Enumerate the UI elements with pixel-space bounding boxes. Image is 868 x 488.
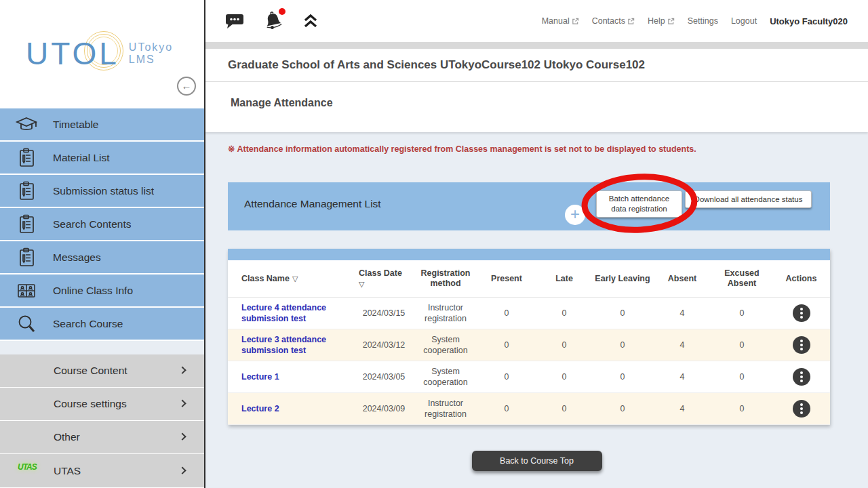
chevron-right-icon bbox=[178, 367, 186, 374]
sidebar-item-timetable[interactable]: Timetable bbox=[0, 108, 204, 142]
topbar-separator bbox=[205, 42, 868, 49]
row-actions-kebab-icon[interactable] bbox=[793, 336, 810, 354]
help-link[interactable]: Help bbox=[648, 16, 675, 26]
topbar: Manual Contacts Help Settings Logout Uto… bbox=[205, 0, 868, 42]
table-row: Lecture 4 attendance submission test 202… bbox=[228, 298, 830, 329]
sidebar-item-other[interactable]: Other bbox=[0, 421, 204, 454]
column-header-registration-method: Registration method bbox=[414, 260, 477, 297]
early-leaving-count: 0 bbox=[592, 369, 653, 385]
sidebar-collapse-button[interactable]: ← bbox=[177, 77, 196, 96]
column-header-class-date[interactable]: Class Date ▽ bbox=[353, 260, 414, 297]
chevron-right-icon bbox=[178, 466, 186, 474]
early-leaving-count: 0 bbox=[592, 305, 653, 321]
back-to-course-top-button[interactable]: Back to Course Top bbox=[472, 451, 602, 471]
early-leaving-count: 0 bbox=[592, 401, 653, 417]
late-count: 0 bbox=[536, 305, 592, 321]
table-header-row: Class Name ▽ Class Date ▽ Registration m… bbox=[228, 260, 830, 298]
sidebar-item-label: Timetable bbox=[53, 119, 98, 131]
column-header-class-name[interactable]: Class Name ▽ bbox=[228, 260, 353, 297]
class-name-link[interactable]: Lecture 2 bbox=[228, 401, 353, 417]
sidebar-item-course-settings[interactable]: Course settings bbox=[0, 388, 204, 421]
page-title: Manage Attendance bbox=[231, 97, 333, 109]
class-date: 2024/03/12 bbox=[353, 337, 414, 353]
sidebar-item-submission-status-list[interactable]: Submission status list bbox=[0, 175, 204, 208]
manual-link[interactable]: Manual bbox=[542, 16, 579, 26]
present-count: 0 bbox=[477, 337, 536, 353]
registration-method: Instructor registration bbox=[414, 395, 477, 422]
class-date: 2024/03/05 bbox=[353, 369, 414, 385]
excused-absent-count: 0 bbox=[711, 401, 772, 417]
excused-absent-count: 0 bbox=[711, 369, 772, 385]
sort-icon[interactable]: ▽ bbox=[292, 274, 298, 284]
logo-area: UTOL UTokyo LMS ← bbox=[0, 0, 204, 108]
sidebar-item-messages[interactable]: Messages bbox=[0, 241, 204, 274]
notification-bell-icon[interactable] bbox=[262, 10, 284, 32]
user-name: Utokyo Faculty020 bbox=[770, 16, 848, 26]
sort-icon[interactable]: ▽ bbox=[359, 279, 412, 289]
late-count: 0 bbox=[536, 401, 592, 417]
table-row: Lecture 1 2024/03/05 System cooperation … bbox=[228, 361, 830, 393]
late-count: 0 bbox=[536, 337, 592, 353]
logo-tagline: UTokyo LMS bbox=[129, 41, 173, 66]
course-title: Graduate School of Arts and Sciences UTo… bbox=[228, 58, 645, 72]
sidebar-section-gap bbox=[0, 341, 204, 354]
present-count: 0 bbox=[477, 401, 536, 417]
absent-count: 4 bbox=[653, 305, 711, 321]
logout-link[interactable]: Logout bbox=[731, 16, 757, 26]
page-header: Manage Attendance bbox=[205, 82, 868, 132]
row-actions-kebab-icon[interactable] bbox=[793, 368, 810, 386]
chat-icon[interactable] bbox=[224, 12, 245, 30]
sidebar-item-search-contents[interactable]: Search Contents bbox=[0, 208, 204, 241]
class-name-link[interactable]: Lecture 1 bbox=[228, 369, 353, 385]
sidebar-item-utas[interactable]: UTAS UTAS bbox=[0, 454, 204, 488]
column-header-absent: Absent bbox=[653, 260, 711, 297]
logo-text: UTOL bbox=[26, 35, 119, 72]
content-area: ※ Attendance information automatically r… bbox=[205, 132, 868, 488]
absent-count: 4 bbox=[653, 369, 711, 385]
course-header: Graduate School of Arts and Sciences UTo… bbox=[205, 49, 868, 82]
attendance-table: Class Name ▽ Class Date ▽ Registration m… bbox=[228, 249, 830, 425]
sidebar-item-label: Messages bbox=[53, 251, 101, 264]
notification-badge bbox=[279, 8, 285, 15]
batch-attendance-registration-button[interactable]: Batch attendance data registration bbox=[596, 190, 682, 218]
table-top-strip bbox=[228, 249, 830, 260]
video-grid-icon bbox=[0, 283, 53, 299]
sidebar-item-label: Other bbox=[54, 431, 80, 443]
column-header-late: Late bbox=[536, 260, 592, 297]
table-row: Lecture 2 2024/03/09 Instructor registra… bbox=[228, 393, 830, 425]
sidebar-item-label: Course Content bbox=[54, 365, 127, 377]
row-actions-kebab-icon[interactable] bbox=[793, 304, 810, 322]
late-count: 0 bbox=[536, 369, 592, 385]
attendance-panel-header: Attendance Management List + Batch atten… bbox=[228, 182, 830, 230]
registration-method: Instructor registration bbox=[414, 300, 477, 327]
add-attendance-button[interactable]: + bbox=[565, 205, 585, 225]
class-name-link[interactable]: Lecture 3 attendance submission test bbox=[228, 331, 353, 359]
sidebar: UTOL UTokyo LMS ← Timetable bbox=[0, 0, 204, 488]
excused-absent-count: 0 bbox=[711, 305, 772, 321]
sidebar-item-online-class-info[interactable]: Online Class Info bbox=[0, 274, 204, 308]
row-actions-kebab-icon[interactable] bbox=[793, 400, 810, 418]
clipboard-icon bbox=[0, 148, 53, 168]
column-header-present: Present bbox=[477, 260, 536, 297]
external-link-icon bbox=[572, 18, 579, 25]
sidebar-item-search-course[interactable]: Search Course bbox=[0, 308, 204, 341]
clipboard-icon bbox=[0, 214, 53, 235]
magnifier-icon bbox=[0, 314, 53, 334]
present-count: 0 bbox=[477, 369, 536, 385]
clipboard-icon bbox=[0, 181, 53, 201]
table-row: Lecture 3 attendance submission test 202… bbox=[228, 329, 830, 361]
sidebar-item-label: Material List bbox=[53, 152, 110, 164]
clipboard-icon bbox=[0, 247, 53, 268]
utol-logo: UTOL UTokyo LMS bbox=[26, 35, 173, 72]
absent-count: 4 bbox=[653, 401, 711, 417]
external-link-icon bbox=[667, 18, 675, 25]
graduation-cap-icon bbox=[0, 116, 53, 134]
sidebar-item-label: UTAS bbox=[54, 465, 81, 477]
download-all-attendance-button[interactable]: Download all attendance status bbox=[685, 190, 812, 208]
collapse-topbar-icon[interactable] bbox=[302, 13, 319, 29]
contacts-link[interactable]: Contacts bbox=[592, 16, 635, 26]
class-name-link[interactable]: Lecture 4 attendance submission test bbox=[228, 300, 353, 327]
settings-link[interactable]: Settings bbox=[688, 16, 718, 26]
sidebar-item-course-content[interactable]: Course Content bbox=[0, 354, 204, 388]
sidebar-item-material-list[interactable]: Material List bbox=[0, 142, 204, 175]
